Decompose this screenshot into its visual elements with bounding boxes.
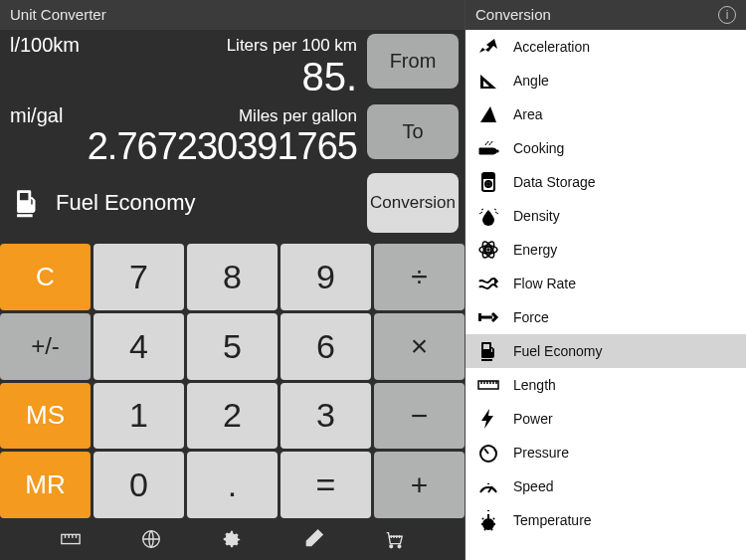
left-header: Unit Converter: [0, 0, 465, 30]
key-divide[interactable]: ÷: [374, 244, 465, 310]
category-row-cooking[interactable]: Cooking: [466, 131, 746, 165]
ruler-icon[interactable]: [60, 528, 82, 550]
key-multiply[interactable]: ×: [374, 313, 465, 380]
category-row-fuel-economy[interactable]: Fuel Economy: [466, 334, 746, 368]
category-row-temperature[interactable]: Temperature: [466, 503, 746, 537]
speed-icon: [475, 473, 501, 499]
key-mr[interactable]: MR: [0, 452, 91, 518]
category-row-density[interactable]: Density: [466, 199, 746, 233]
key-9[interactable]: 9: [280, 244, 371, 310]
category-label: Temperature: [513, 512, 592, 528]
svg-rect-7: [484, 175, 492, 178]
category-label: Power: [513, 411, 553, 427]
key-5[interactable]: 5: [187, 313, 278, 380]
category-label: Angle: [513, 73, 549, 89]
key-4[interactable]: 4: [93, 313, 184, 380]
category-label: Flow Rate: [513, 276, 576, 291]
category-label: Force: [513, 309, 549, 325]
svg-point-16: [482, 518, 494, 530]
power-icon: [475, 406, 501, 432]
fuel-economy-icon: [475, 338, 501, 364]
category-list[interactable]: AccelerationAngleAreaCookingData Storage…: [466, 30, 746, 560]
category-row-data-storage[interactable]: Data Storage: [466, 165, 746, 199]
category-row-angle[interactable]: Angle: [466, 64, 746, 97]
category-label: Fuel Economy: [513, 343, 602, 359]
category-row-force[interactable]: Force: [466, 300, 746, 334]
from-unit-short: l/100km: [10, 34, 80, 57]
category-label: Pressure: [513, 445, 569, 461]
category-row-power[interactable]: Power: [466, 402, 746, 436]
data-storage-icon: [475, 169, 501, 195]
to-unit-short: mi/gal: [10, 104, 63, 127]
globe-icon[interactable]: [140, 528, 162, 550]
from-button[interactable]: From: [367, 34, 459, 89]
key-add[interactable]: +: [374, 452, 465, 518]
category-label: Length: [513, 377, 556, 393]
pressure-icon: [475, 440, 501, 466]
key-6[interactable]: 6: [280, 313, 371, 380]
category-label: Acceleration: [513, 39, 590, 55]
category-label: Density: [513, 208, 560, 224]
fuel-pump-icon: [10, 186, 44, 220]
svg-rect-0: [62, 534, 80, 543]
density-icon: [475, 203, 501, 229]
category-label: Energy: [513, 242, 557, 258]
temperature-icon: [475, 507, 501, 533]
category-label: Data Storage: [513, 174, 596, 190]
category-row-length[interactable]: Length: [466, 368, 746, 402]
right-header: Conversion i: [466, 0, 746, 30]
key-2[interactable]: 2: [187, 383, 278, 450]
to-value: 2.767230391765: [10, 127, 357, 165]
key-dot[interactable]: .: [187, 452, 278, 518]
cooking-icon: [475, 135, 501, 161]
flow-rate-icon: [475, 271, 501, 296]
key-ms[interactable]: MS: [0, 383, 91, 450]
acceleration-icon: [475, 34, 501, 60]
key-plusminus[interactable]: +/-: [0, 313, 91, 380]
force-icon: [475, 304, 501, 330]
category-label: Area: [513, 106, 543, 122]
pen-icon[interactable]: [302, 528, 324, 550]
gear-icon[interactable]: [221, 528, 243, 550]
bottom-toolbar: [0, 518, 465, 560]
from-value: 85.: [10, 57, 357, 96]
category-label: Fuel Economy: [56, 190, 196, 216]
length-icon: [475, 372, 501, 398]
category-row-area[interactable]: Area: [466, 97, 746, 131]
cart-icon[interactable]: [383, 528, 405, 550]
svg-point-9: [487, 249, 489, 251]
energy-icon: [475, 237, 501, 263]
key-equals[interactable]: =: [280, 452, 371, 518]
key-clear[interactable]: C: [0, 244, 91, 310]
to-button[interactable]: To: [367, 104, 459, 159]
key-0[interactable]: 0: [93, 452, 184, 518]
key-7[interactable]: 7: [93, 244, 184, 310]
svg-rect-13: [478, 313, 481, 321]
key-subtract[interactable]: −: [374, 383, 465, 450]
right-title: Conversion: [475, 0, 551, 30]
conversion-button[interactable]: Conversion: [367, 173, 459, 233]
category-row-pressure[interactable]: Pressure: [466, 436, 746, 469]
svg-point-2: [390, 545, 393, 548]
angle-icon: [475, 68, 501, 93]
category-row-acceleration[interactable]: Acceleration: [466, 30, 746, 64]
app-title: Unit Converter: [10, 0, 106, 30]
key-1[interactable]: 1: [93, 383, 184, 450]
category-row-speed[interactable]: Speed: [466, 469, 746, 503]
to-unit-long: Miles per gallon: [239, 106, 357, 126]
from-unit-long: Liters per 100 km: [227, 36, 357, 56]
current-category: Fuel Economy: [0, 186, 367, 220]
svg-point-6: [487, 183, 489, 185]
key-8[interactable]: 8: [187, 244, 278, 310]
keypad: C 7 8 9 ÷ +/- 4 5 6 × MS 1 2 3 − MR 0 . …: [0, 244, 465, 518]
category-label: Cooking: [513, 140, 564, 156]
area-icon: [475, 101, 501, 127]
key-3[interactable]: 3: [280, 383, 371, 450]
svg-point-3: [398, 545, 401, 548]
category-row-flow-rate[interactable]: Flow Rate: [466, 267, 746, 300]
category-row-energy[interactable]: Energy: [466, 233, 746, 267]
info-icon[interactable]: i: [718, 6, 736, 24]
category-label: Speed: [513, 478, 553, 494]
